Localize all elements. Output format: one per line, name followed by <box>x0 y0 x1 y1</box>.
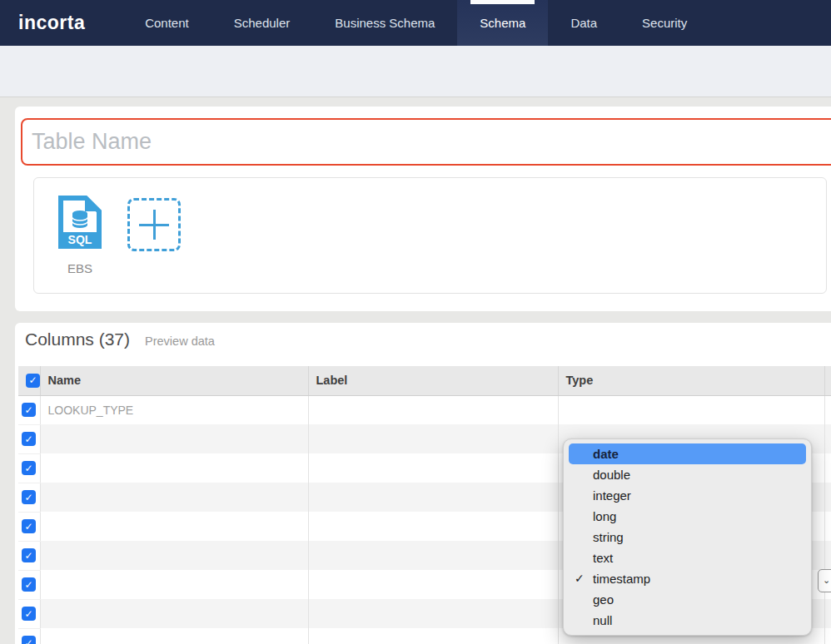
column-name <box>40 541 308 570</box>
plus-icon <box>139 210 169 240</box>
row-checkbox[interactable]: ✓ <box>22 577 36 592</box>
column-label <box>308 483 558 512</box>
column-name <box>40 453 308 483</box>
header-label: Label <box>308 366 558 395</box>
check-icon: ✓ <box>24 405 32 415</box>
datasource-name-label: EBS <box>57 261 102 275</box>
column-type[interactable] <box>558 395 824 424</box>
sub-header-band <box>0 46 831 97</box>
column-name <box>40 512 308 541</box>
check-icon: ✓ <box>24 522 32 532</box>
column-name-text: LOOKUP_TYPE <box>48 404 134 417</box>
column-name <box>40 628 308 644</box>
sql-badge-label: SQL <box>68 233 92 246</box>
columns-title: Columns (37) <box>25 329 130 349</box>
header-type: Type <box>558 366 824 395</box>
column-label <box>308 599 558 628</box>
incorta-logo: incorta <box>18 12 85 34</box>
row-checkbox[interactable]: ✓ <box>22 432 36 446</box>
preview-data-link[interactable]: Preview data <box>145 334 215 348</box>
column-label <box>308 424 558 453</box>
check-icon: ✓ <box>24 580 32 590</box>
nav-menu: Content Scheduler Business Schema Schema… <box>122 0 709 46</box>
column-name <box>40 599 308 628</box>
nav-item-schema[interactable]: Schema <box>457 0 548 46</box>
dropdown-option-text[interactable]: text <box>564 547 811 568</box>
row-checkbox[interactable]: ✓ <box>22 403 36 417</box>
datasource-panel: SQL EBS <box>33 177 827 294</box>
table-definition-card: SQL EBS <box>15 107 831 311</box>
row-checkbox[interactable]: ✓ <box>22 519 36 533</box>
row-checkbox[interactable]: ✓ <box>22 548 36 562</box>
select-all-checkbox[interactable]: ✓ <box>26 374 40 388</box>
nav-item-content[interactable]: Content <box>122 0 211 46</box>
column-name: LOOKUP_TYPE <box>40 395 308 424</box>
column-name <box>40 570 308 599</box>
selected-check-icon: ✓ <box>575 568 585 589</box>
check-icon: ✓ <box>24 463 32 473</box>
sql-file-icon: SQL <box>57 195 102 250</box>
dropdown-option-geo[interactable]: geo <box>564 589 811 610</box>
check-icon: ✓ <box>24 638 32 644</box>
row-checkbox[interactable]: ✓ <box>22 461 36 475</box>
dropdown-option-date[interactable]: date <box>569 443 806 464</box>
check-icon: ✓ <box>28 375 37 385</box>
dropdown-option-long[interactable]: long <box>564 506 811 527</box>
type-select[interactable]: ⌄ <box>818 569 831 592</box>
nav-item-security[interactable]: Security <box>620 0 709 46</box>
table-header-row: ✓ Name Label Type <box>18 366 831 395</box>
columns-header: Columns (37) Preview data <box>25 329 215 349</box>
top-navbar: incorta Content Scheduler Business Schem… <box>0 0 831 46</box>
dropdown-option-null[interactable]: null <box>564 610 811 631</box>
column-label <box>308 570 558 599</box>
type-dropdown-menu: date double integer long string text ✓ t… <box>563 438 812 636</box>
dropdown-option-double[interactable]: double <box>564 464 811 485</box>
nav-item-scheduler[interactable]: Scheduler <box>211 0 313 46</box>
column-name <box>40 483 308 512</box>
app-window: incorta Content Scheduler Business Schem… <box>0 0 831 644</box>
add-datasource-button[interactable] <box>127 198 181 251</box>
column-name <box>40 424 308 453</box>
dropdown-option-integer[interactable]: integer <box>564 485 811 506</box>
header-extra <box>824 366 831 395</box>
dropdown-option-timestamp[interactable]: ✓ timestamp <box>564 568 811 589</box>
check-icon: ✓ <box>24 609 32 619</box>
check-icon: ✓ <box>24 434 32 444</box>
chevron-down-icon: ⌄ <box>823 575 830 585</box>
row-checkbox[interactable]: ✓ <box>22 636 36 644</box>
column-label <box>308 628 558 644</box>
column-label <box>308 453 558 483</box>
row-checkbox[interactable]: ✓ <box>22 607 36 621</box>
column-label <box>308 512 558 541</box>
dropdown-option-timestamp-label: timestamp <box>593 572 650 586</box>
column-label <box>308 395 558 424</box>
check-icon: ✓ <box>24 551 32 561</box>
nav-item-data[interactable]: Data <box>548 0 620 46</box>
datasource-tile-ebs[interactable]: SQL EBS <box>57 195 102 275</box>
header-name: Name <box>40 366 308 395</box>
nav-item-business-schema[interactable]: Business Schema <box>312 0 457 46</box>
dropdown-option-string[interactable]: string <box>564 527 811 547</box>
row-checkbox[interactable]: ✓ <box>22 490 36 504</box>
check-icon: ✓ <box>24 493 32 503</box>
header-select-all: ✓ <box>18 366 40 395</box>
table-row: ✓ LOOKUP_TYPE <box>18 395 831 424</box>
table-name-input[interactable] <box>21 118 831 166</box>
column-label <box>308 541 558 570</box>
